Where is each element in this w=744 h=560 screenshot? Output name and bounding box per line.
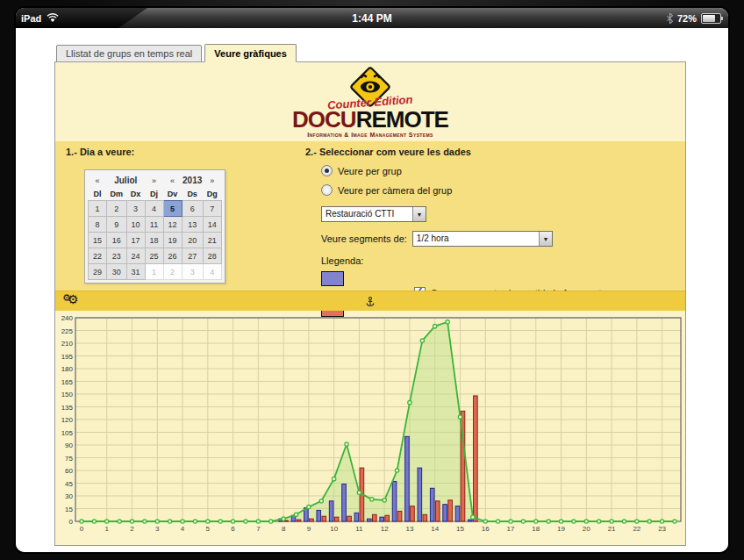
svg-text:14: 14 [431,525,439,533]
calendar-day[interactable]: 4 [203,264,221,280]
chevron-down-icon[interactable]: ▼ [412,207,426,221]
radio-button-icon[interactable] [321,184,333,196]
main-panel: Counter Edition DOCUREMOTE Information &… [54,61,686,546]
radio-label: Veure per càmera del grup [338,185,452,196]
svg-text:8: 8 [282,525,286,533]
tab-veure-grafiques[interactable]: Veure gràfiques [204,44,297,62]
radio-button-icon[interactable] [321,165,333,176]
next-month-button[interactable]: » [145,173,163,188]
svg-text:6: 6 [231,525,235,533]
svg-text:20: 20 [583,525,590,533]
legend-title: Llegenda: [321,255,683,266]
battery-percent: 72% [677,13,697,24]
calendar-dayname: Dj [145,188,163,201]
calendar-day[interactable]: 20 [182,233,203,248]
gear-icon[interactable]: ⚙ [62,292,68,303]
svg-text:5: 5 [206,525,211,533]
calendar-dayname: Dv [163,188,182,201]
calendar-day[interactable]: 27 [182,248,203,264]
calendar-day[interactable]: 28 [203,248,221,264]
calendar-day[interactable]: 1 [89,201,107,217]
calendar-day[interactable]: 16 [107,233,127,248]
calendar-day[interactable]: 11 [145,217,163,233]
svg-text:120: 120 [61,416,74,424]
gear-icon[interactable]: ⚙ [68,292,75,306]
calendar-day[interactable]: 21 [203,233,221,248]
calendar-day[interactable]: 2 [107,201,127,217]
calendar-day[interactable]: 24 [126,248,145,264]
group-select-value: Restauració CTTI [322,207,399,221]
svg-text:9: 9 [307,525,311,533]
calendar-day[interactable]: 10 [126,217,145,233]
calendar-day[interactable]: 19 [163,233,182,248]
svg-text:16: 16 [482,525,490,533]
bluetooth-icon [667,13,673,24]
calendar-dayname: Dm [107,188,127,201]
svg-text:2: 2 [130,525,134,533]
svg-text:210: 210 [61,340,74,348]
calendar-day[interactable]: 18 [145,233,163,248]
radio-label: Veure per grup [338,166,402,176]
calendar-day[interactable]: 1 [145,264,163,280]
calendar-day[interactable]: 8 [89,217,107,233]
calendar-day[interactable]: 15 [89,233,107,248]
svg-text:11: 11 [355,525,363,533]
svg-text:12: 12 [381,525,389,533]
svg-text:7: 7 [256,525,261,533]
segments-select[interactable]: 1/2 hora ▼ [412,231,553,247]
svg-text:75: 75 [65,455,73,463]
calendar-widget: «Juliol»«2013»DlDmDxDjDvDsDg123456789101… [84,169,225,284]
svg-text:60: 60 [65,467,73,475]
svg-text:4: 4 [181,525,185,533]
prev-year-button[interactable]: « [163,173,182,188]
chevron-down-icon[interactable]: ▼ [539,232,552,246]
calendar-year: 2013 [182,173,203,188]
svg-text:105: 105 [61,429,74,437]
calendar-day[interactable]: 31 [126,264,145,280]
browser-page: Llistat de grups en temps real Veure grà… [16,28,728,552]
calendar-day[interactable]: 26 [163,248,182,264]
segments-label: Veure segments de: [321,233,407,244]
calendar-day[interactable]: 22 [89,248,107,264]
options-section-title: 2.- Seleccionar com veure les dades [305,147,683,157]
svg-text:240: 240 [61,314,74,322]
calendar-day-selected[interactable]: 5 [163,201,182,217]
calendar-dayname: Dl [89,188,107,201]
calendar-day[interactable]: 14 [203,217,221,233]
prev-month-button[interactable]: « [89,173,107,188]
svg-text:15: 15 [456,525,464,533]
calendar-day[interactable]: 2 [163,264,182,280]
calendar-day[interactable]: 3 [126,201,145,217]
calendar-day[interactable]: 3 [182,264,203,280]
radio-veure-per-camera[interactable]: Veure per càmera del grup [321,184,683,196]
svg-text:135: 135 [61,404,74,412]
calendar-day[interactable]: 29 [89,264,107,280]
svg-text:0: 0 [80,525,84,533]
next-year-button[interactable]: » [203,173,221,188]
group-select[interactable]: Restauració CTTI ▼ [321,206,426,222]
wordmark-remote: REMOTE [356,106,448,133]
segments-select-value: 1/2 hora [413,232,454,246]
calendar-day[interactable]: 13 [182,217,203,233]
calendar-day[interactable]: 17 [126,233,145,248]
calendar-day[interactable]: 12 [163,217,182,233]
svg-text:13: 13 [406,525,414,533]
svg-text:150: 150 [61,391,74,398]
svg-text:225: 225 [61,327,74,335]
radio-veure-per-grup[interactable]: Veure per grup [321,165,683,176]
settings-gears[interactable]: ⚙⚙ [62,292,75,306]
tab-llistat-grups[interactable]: Llistat de grups en temps real [56,45,202,62]
calendar-day[interactable]: 4 [145,201,163,217]
calendar-day[interactable]: 7 [203,201,221,217]
svg-text:180: 180 [61,365,74,373]
calendar-day[interactable]: 6 [182,201,203,217]
calendar-day[interactable]: 9 [107,217,127,233]
calendar-day[interactable]: 30 [107,264,127,280]
svg-text:30: 30 [65,492,73,500]
svg-text:23: 23 [658,525,666,533]
day-section-title: 1.- Dia a veure: [66,147,294,157]
calendar-day[interactable]: 25 [145,248,163,264]
calendar-day[interactable]: 23 [107,248,127,264]
anchor-icon[interactable] [366,295,375,311]
svg-text:45: 45 [65,480,73,488]
